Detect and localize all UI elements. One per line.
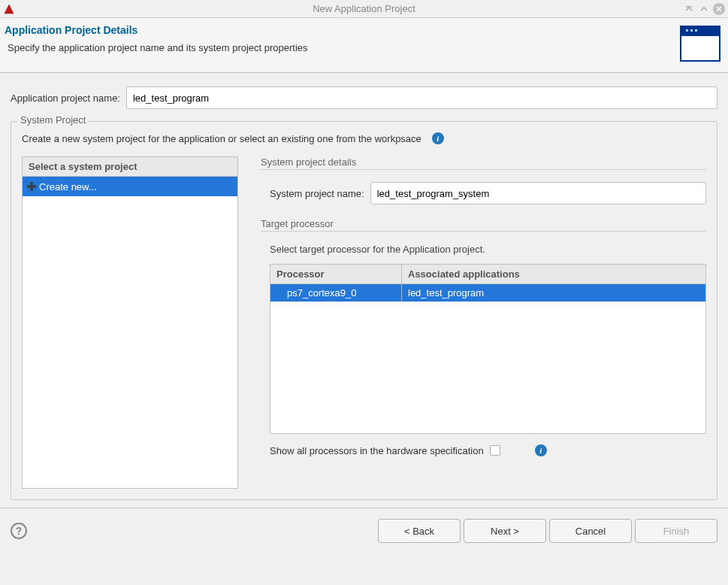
create-new-item[interactable]: Create new... [23, 177, 237, 196]
create-new-label: Create new... [39, 181, 97, 192]
col-processor[interactable]: Processor [270, 265, 402, 283]
cancel-button[interactable]: Cancel [549, 519, 632, 543]
system-project-details: System project details System project na… [261, 156, 706, 489]
info-icon[interactable]: i [432, 132, 444, 144]
app-name-input[interactable] [126, 86, 717, 109]
system-project-desc-row: Create a new system project for the appl… [22, 132, 706, 144]
system-project-list-header: Select a system project [23, 157, 237, 177]
show-all-row: Show all processors in the hardware spec… [261, 444, 706, 456]
page-description: Specify the application project name and… [8, 42, 674, 53]
divider [261, 231, 706, 232]
content-area: Application project name: System Project… [0, 73, 728, 508]
target-processor-title: Target processor [261, 218, 706, 229]
close-icon[interactable] [713, 3, 725, 15]
info-icon[interactable]: i [535, 444, 547, 456]
system-name-label: System project name: [270, 188, 364, 199]
system-name-input[interactable] [370, 182, 706, 205]
app-icon [3, 3, 15, 15]
window-controls [683, 3, 725, 15]
system-name-row: System project name: [261, 182, 706, 205]
target-processor-desc: Select target processor for the Applicat… [270, 244, 706, 255]
col-associated-apps[interactable]: Associated applications [402, 265, 705, 283]
system-project-fieldset: System Project Create a new system proje… [11, 121, 717, 500]
titlebar: New Application Project [0, 0, 728, 18]
details-section-title: System project details [261, 156, 706, 168]
system-project-list: Select a system project Create new... [22, 156, 238, 489]
wizard-header: Application Project Details Specify the … [0, 18, 728, 73]
wizard-footer: ? < Back Next > Cancel Finish [0, 508, 728, 553]
table-row[interactable]: ps7_cortexa9_0 led_test_program [270, 284, 705, 302]
cell-processor: ps7_cortexa9_0 [270, 284, 402, 302]
next-button[interactable]: Next > [464, 519, 546, 543]
help-icon[interactable]: ? [11, 523, 27, 539]
divider [261, 169, 706, 170]
footer-buttons: < Back Next > Cancel Finish [378, 519, 717, 543]
window-title: New Application Project [313, 3, 415, 14]
app-name-label: Application project name: [11, 92, 120, 104]
collapse-icon[interactable] [683, 3, 695, 15]
system-project-legend: System Project [17, 114, 89, 126]
page-title: Application Project Details [5, 24, 674, 36]
show-all-checkbox[interactable] [490, 445, 500, 456]
minimize-icon[interactable] [698, 3, 710, 15]
finish-button[interactable]: Finish [635, 519, 717, 543]
table-header: Processor Associated applications [270, 265, 705, 284]
app-name-row: Application project name: [11, 86, 717, 109]
wizard-banner-icon [680, 26, 720, 62]
cell-app: led_test_program [402, 284, 705, 302]
show-all-label: Show all processors in the hardware spec… [270, 445, 484, 456]
back-button[interactable]: < Back [378, 519, 461, 543]
plus-icon [26, 180, 38, 192]
processor-table: Processor Associated applications ps7_co… [270, 264, 706, 434]
system-project-desc: Create a new system project for the appl… [22, 133, 421, 144]
